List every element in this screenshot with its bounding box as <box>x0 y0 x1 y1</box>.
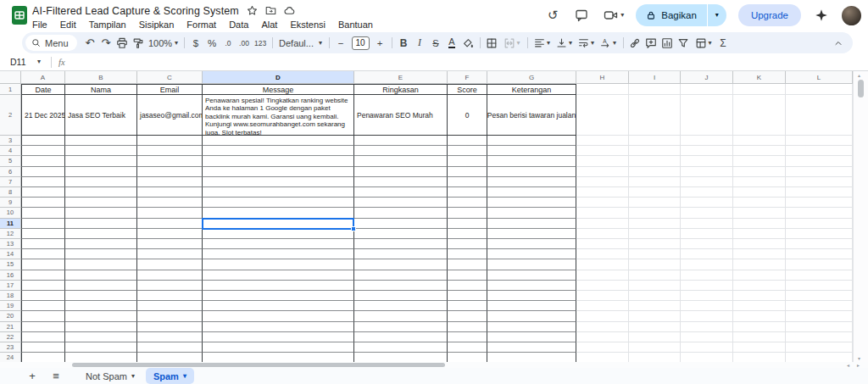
cell-K3[interactable] <box>733 136 786 146</box>
cell-K12[interactable] <box>733 229 786 239</box>
cell-H20[interactable] <box>576 311 629 321</box>
cell-D20[interactable] <box>203 311 354 321</box>
cell-I5[interactable] <box>629 156 681 166</box>
cell-L19[interactable] <box>786 301 853 311</box>
cell-E13[interactable] <box>354 239 448 249</box>
row-header-3[interactable]: 3 <box>0 136 21 146</box>
cell-L15[interactable] <box>786 259 853 270</box>
cell-D8[interactable] <box>203 187 354 198</box>
sheet-tab-not-spam[interactable]: Not Spam ▾ <box>78 368 142 384</box>
row-header-23[interactable]: 23 <box>0 342 21 353</box>
cell-C10[interactable] <box>137 208 203 218</box>
cell-B1[interactable]: Nama <box>65 84 137 95</box>
row-header-6[interactable]: 6 <box>0 167 21 177</box>
row-header-5[interactable]: 5 <box>0 156 21 166</box>
cell-G23[interactable] <box>487 342 576 353</box>
cell-D23[interactable] <box>203 342 354 353</box>
cell-C23[interactable] <box>137 342 203 353</box>
cell-B23[interactable] <box>65 342 137 353</box>
cell-F12[interactable] <box>448 229 487 239</box>
cell-C24[interactable] <box>137 353 203 362</box>
cell-F13[interactable] <box>448 239 487 249</box>
cell-D3[interactable] <box>203 136 354 146</box>
cell-L2[interactable] <box>786 95 853 136</box>
cell-L9[interactable] <box>786 198 853 208</box>
cell-J6[interactable] <box>681 167 733 177</box>
italic-button[interactable]: I <box>412 35 428 51</box>
text-rotation-button[interactable]: A ▾ <box>598 35 620 51</box>
vertical-scrollbar-thumb[interactable] <box>858 80 864 97</box>
cell-D6[interactable] <box>203 167 354 177</box>
cell-H24[interactable] <box>576 353 629 362</box>
cell-D13[interactable] <box>203 239 354 249</box>
scroll-up-icon[interactable]: ▴ <box>858 72 860 78</box>
cell-H10[interactable] <box>576 208 629 218</box>
cell-E5[interactable] <box>354 156 448 166</box>
column-header-D[interactable]: D <box>203 71 354 84</box>
cell-D12[interactable] <box>203 229 354 239</box>
cell-G10[interactable] <box>487 208 576 218</box>
cell-D17[interactable] <box>203 281 354 291</box>
cell-H9[interactable] <box>576 198 629 208</box>
cell-L6[interactable] <box>786 167 853 177</box>
cell-L3[interactable] <box>786 136 853 146</box>
cell-I21[interactable] <box>629 322 681 332</box>
cell-A8[interactable] <box>21 187 65 198</box>
cell-J5[interactable] <box>681 156 733 166</box>
hide-menus-button[interactable] <box>830 35 846 51</box>
cell-D16[interactable] <box>203 270 354 281</box>
cell-C9[interactable] <box>137 198 203 208</box>
name-box[interactable]: D11 ▾ <box>0 57 44 67</box>
cell-E10[interactable] <box>354 208 448 218</box>
zoom-select[interactable]: 100%▾ <box>147 35 181 51</box>
comments-icon[interactable] <box>573 7 590 24</box>
cell-F18[interactable] <box>448 291 487 301</box>
cell-J17[interactable] <box>681 281 733 291</box>
cell-E4[interactable] <box>354 146 448 156</box>
cell-H11[interactable] <box>576 219 629 229</box>
cell-A20[interactable] <box>21 311 65 321</box>
cell-K1[interactable] <box>733 84 786 95</box>
paint-format-button[interactable] <box>131 35 147 51</box>
cell-B19[interactable] <box>65 301 137 311</box>
merge-cells-button[interactable]: ▾ <box>500 35 524 51</box>
cell-B5[interactable] <box>65 156 137 166</box>
cell-J21[interactable] <box>681 322 733 332</box>
scroll-down-icon[interactable]: ▾ <box>858 355 860 361</box>
cell-E7[interactable] <box>354 177 448 187</box>
toolbar-search-button[interactable]: Menu <box>25 35 77 51</box>
cell-D18[interactable] <box>203 291 354 301</box>
column-header-I[interactable]: I <box>629 71 681 84</box>
cell-A1[interactable]: Date <box>21 84 65 95</box>
cell-B11[interactable] <box>65 219 137 229</box>
cell-K19[interactable] <box>733 301 786 311</box>
cell-D2[interactable]: Penawaran spesial! Tingkatkan ranking we… <box>203 95 354 136</box>
cell-B22[interactable] <box>65 332 137 342</box>
cell-E3[interactable] <box>354 136 448 146</box>
cell-H13[interactable] <box>576 239 629 249</box>
scroll-left-icon[interactable]: ◂ <box>847 362 849 368</box>
cell-H2[interactable] <box>576 95 629 136</box>
text-color-button[interactable]: A <box>444 35 460 51</box>
cell-B13[interactable] <box>65 239 137 249</box>
cell-A15[interactable] <box>21 259 65 270</box>
column-header-E[interactable]: E <box>354 71 448 84</box>
cell-I2[interactable] <box>629 95 681 136</box>
document-title[interactable]: AI-Filtered Lead Capture & Scoring Syste… <box>32 5 239 17</box>
cell-E9[interactable] <box>354 198 448 208</box>
cell-A19[interactable] <box>21 301 65 311</box>
fill-color-button[interactable] <box>460 35 476 51</box>
cell-E6[interactable] <box>354 167 448 177</box>
cell-G1[interactable]: Keterangan <box>487 84 576 95</box>
cell-J4[interactable] <box>681 146 733 156</box>
decrease-font-size-button[interactable]: − <box>333 35 349 51</box>
cell-I8[interactable] <box>629 187 681 198</box>
cell-B15[interactable] <box>65 259 137 270</box>
table-views-button[interactable]: ▾ <box>692 35 715 51</box>
cell-L14[interactable] <box>786 249 853 259</box>
text-wrap-button[interactable]: ▾ <box>576 35 598 51</box>
cell-K2[interactable] <box>733 95 786 136</box>
row-header-4[interactable]: 4 <box>0 146 21 156</box>
menu-format[interactable]: Format <box>186 19 216 30</box>
cell-C18[interactable] <box>137 291 203 301</box>
